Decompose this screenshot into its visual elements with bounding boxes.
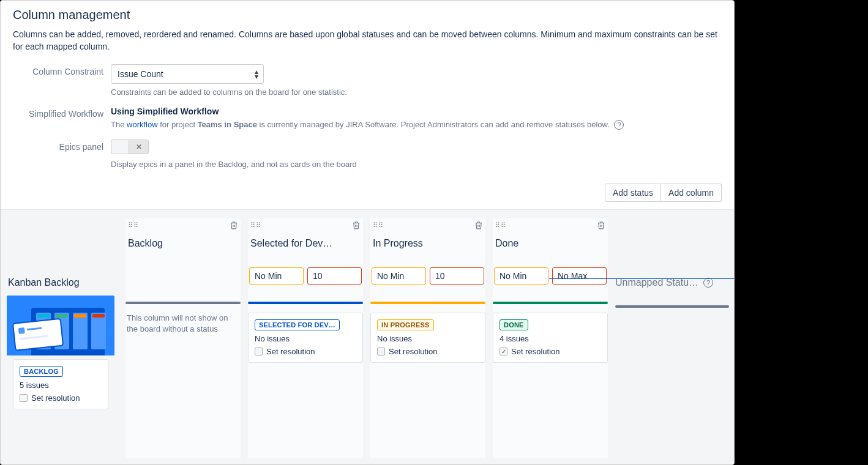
help-icon[interactable]: ? <box>614 120 624 130</box>
simplified-workflow-value: Using Simplified Workflow <box>111 106 722 116</box>
epics-panel-label: Epics panel <box>13 140 111 152</box>
epics-panel-toggle[interactable]: ✕ <box>111 140 149 154</box>
epics-panel-hint: Display epics in a panel in the Backlog,… <box>111 160 722 169</box>
checkbox-icon <box>255 348 263 355</box>
board-column: ⠿⠿ Done No Min No Max DONE 4 issues Set … <box>493 218 608 458</box>
svg-rect-11 <box>18 327 25 334</box>
min-constraint-input[interactable]: No Min <box>372 267 426 285</box>
board-area: Kanban Backlog <box>1 209 734 464</box>
drag-handle-icon[interactable]: ⠿⠿ <box>373 221 384 229</box>
status-issue-count: No issues <box>377 334 479 343</box>
column-top-bar: ⠿⠿ <box>493 218 608 232</box>
close-icon: ✕ <box>129 140 148 154</box>
drag-handle-icon[interactable]: ⠿⠿ <box>495 221 506 229</box>
column-constraint-hint: Constraints can be added to columns on t… <box>111 87 722 97</box>
status-lozenge: SELECTED FOR DEV… <box>255 319 340 330</box>
trash-icon[interactable] <box>230 221 238 229</box>
status-card[interactable]: SELECTED FOR DEV… No issues Set resoluti… <box>248 313 363 363</box>
svg-rect-6 <box>37 314 50 318</box>
drag-handle-icon[interactable]: ⠿⠿ <box>128 221 139 229</box>
svg-rect-8 <box>74 314 86 318</box>
column-top-bar: ⠿⠿ <box>125 218 241 232</box>
status-set-resolution[interactable]: Set resolution <box>499 347 601 356</box>
column-constraints: No Min No Max <box>493 267 608 285</box>
column-top-bar: ⠿⠿ <box>370 218 485 232</box>
column-color-bar <box>370 302 485 304</box>
column-title[interactable]: Done <box>495 238 605 249</box>
max-constraint-input[interactable]: No Max <box>552 267 607 285</box>
add-status-button[interactable]: Add status <box>605 184 661 202</box>
chevron-updown-icon: ▴▾ <box>255 69 258 79</box>
status-issue-count: 4 issues <box>499 334 601 343</box>
backlog-set-resolution[interactable]: Set resolution <box>20 393 102 403</box>
column-constraint-label: Column Constraint <box>13 64 111 76</box>
board-column: ⠿⠿ In Progress No Min 10 IN PROGRESS No … <box>370 218 485 458</box>
trash-icon[interactable] <box>597 221 605 229</box>
status-issue-count: No issues <box>255 334 356 343</box>
column-title[interactable]: Selected for Dev… <box>250 238 361 249</box>
column-title[interactable]: Backlog <box>128 238 238 249</box>
status-lozenge: IN PROGRESS <box>377 319 434 330</box>
min-constraint-input[interactable]: No Min <box>494 267 548 285</box>
backlog-issue-count: 5 issues <box>20 381 102 390</box>
column-constraints: No Min 10 <box>370 267 485 285</box>
column-top-bar: ⠿⠿ <box>248 218 363 232</box>
trash-icon[interactable] <box>474 221 483 229</box>
column-color-bar <box>248 302 363 304</box>
simplified-workflow-label: Simplified Workflow <box>13 106 111 119</box>
svg-rect-10 <box>13 319 63 351</box>
status-card[interactable]: IN PROGRESS No issues Set resolution <box>370 313 485 363</box>
panel-header: Column management Columns can be added, … <box>1 1 734 184</box>
column-constraint-value: Issue Count <box>118 69 163 79</box>
column-color-bar <box>125 302 241 304</box>
column-title[interactable]: In Progress <box>373 238 483 249</box>
checkbox-icon <box>20 394 28 402</box>
backlog-status-lozenge: BACKLOG <box>20 366 63 377</box>
workflow-link[interactable]: workflow <box>127 120 158 129</box>
column-constraints: No Min 10 <box>248 267 363 285</box>
checkbox-icon <box>377 348 385 355</box>
unmapped-statuses-column: Unmapped Statu… ? <box>615 218 729 458</box>
min-constraint-input[interactable]: No Min <box>249 267 304 285</box>
add-column-button[interactable]: Add column <box>661 184 722 202</box>
column-management-panel: Column management Columns can be added, … <box>0 0 735 465</box>
column-constraint-row: Column Constraint Issue Count ▴▾ Constra… <box>13 64 722 97</box>
drag-handle-icon[interactable]: ⠿⠿ <box>250 221 261 229</box>
checkbox-icon <box>499 348 507 355</box>
column-color-bar <box>493 302 608 304</box>
action-bar: Add status Add column <box>1 184 734 209</box>
board-column: ⠿⠿ Selected for Dev… No Min 10 SELECTED … <box>248 218 363 458</box>
svg-rect-9 <box>92 314 105 318</box>
svg-rect-4 <box>73 313 88 349</box>
epics-panel-row: Epics panel ✕ Display epics in a panel i… <box>13 140 722 169</box>
svg-rect-5 <box>91 313 106 349</box>
svg-rect-7 <box>56 314 68 318</box>
column-note: This column will not show on the board w… <box>125 313 241 334</box>
simplified-workflow-row: Simplified Workflow Using Simplified Wor… <box>13 106 722 130</box>
page-description: Columns can be added, removed, reordered… <box>13 28 722 53</box>
column-constraint-select[interactable]: Issue Count ▴▾ <box>111 64 264 84</box>
status-card[interactable]: DONE 4 issues Set resolution <box>493 313 608 363</box>
status-set-resolution[interactable]: Set resolution <box>255 347 356 356</box>
trash-icon[interactable] <box>352 221 361 229</box>
max-constraint-input[interactable]: 10 <box>430 267 484 285</box>
simplified-workflow-hint: The workflow for project Teams in Space … <box>111 120 722 130</box>
board-column: ⠿⠿ Backlog This column will not show on … <box>125 218 241 458</box>
kanban-backlog-title: Kanban Backlog <box>8 277 114 288</box>
max-constraint-input[interactable]: 10 <box>307 267 362 285</box>
page-title: Column management <box>13 8 722 22</box>
unmapped-color-bar <box>615 305 729 308</box>
columns-container: ⠿⠿ Backlog This column will not show on … <box>121 210 734 464</box>
kanban-illustration <box>7 296 114 355</box>
help-icon[interactable]: ? <box>703 278 713 288</box>
backlog-status-card[interactable]: BACKLOG 5 issues Set resolution <box>13 359 108 409</box>
kanban-backlog-sidebar: Kanban Backlog <box>1 210 121 464</box>
status-lozenge: DONE <box>499 319 528 330</box>
unmapped-title: Unmapped Statu… ? <box>615 277 729 288</box>
status-set-resolution[interactable]: Set resolution <box>377 347 479 356</box>
